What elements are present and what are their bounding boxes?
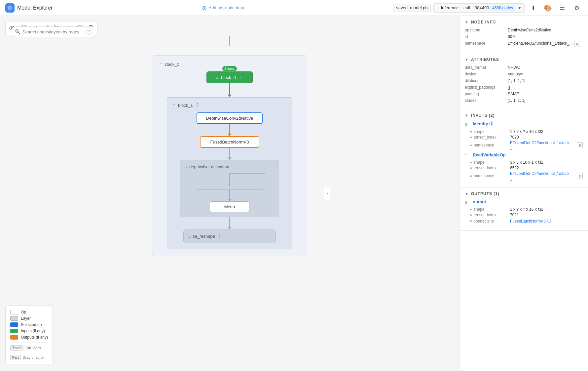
dilations-value: [1, 1, 1, 1]: [508, 78, 525, 83]
output-0-connects-value[interactable]: FusedBatchNormV3 ⓘ: [510, 218, 551, 224]
depthwise-conv-node[interactable]: DepthwiseConv2dNative: [197, 112, 263, 124]
node-graph-wrapper[interactable]: ⌃ stack_0 ⋮ 1 input ⟁ block_0 ⋮: [0, 36, 459, 371]
topbar-right: saved_model.pb __inference__call__384490…: [393, 2, 583, 14]
panel-collapse-icon: ›: [327, 191, 328, 196]
output-0-connects-row: connects to FusedBatchNormV3 ⓘ: [470, 218, 583, 224]
connector-1: [228, 83, 232, 97]
dot-6: [470, 175, 472, 177]
mean-wrapper: Mean: [197, 189, 263, 212]
identity-label: Identity: [473, 121, 488, 126]
pan-action: Drag or scroll: [23, 355, 44, 359]
attributes-chevron: ▼: [465, 58, 468, 62]
block-0-node[interactable]: ⟁ block_0 ⋮: [206, 71, 253, 83]
legend: Op Layer Selected op Inputs (if any) Out…: [5, 306, 53, 364]
depthwise-conv-label: DepthwiseConv2dNative: [206, 116, 253, 121]
output-0-shape-value: 1 x ? x ? x 16 x f32: [510, 207, 543, 212]
input-0-shape-label: shape: [474, 129, 510, 134]
device-value: <empty>: [508, 72, 523, 76]
input-1-ns-expand[interactable]: ⊞: [577, 173, 583, 179]
da-title: depthwise_activation: [189, 164, 229, 169]
legend-op: Op: [10, 310, 48, 314]
collapse-icon[interactable]: ⌃: [159, 62, 163, 67]
input-0-name[interactable]: Identity ⓘ: [473, 121, 493, 127]
output-0-index: 0: [465, 200, 470, 205]
stack-0-group: ⌃ stack_0 ⋮ 1 input ⟁ block_0 ⋮: [152, 56, 307, 256]
input-0-ns-text: EfficientDet-D2/functional_1/stack_...: [510, 141, 574, 150]
legend-inputs-box: [10, 329, 18, 333]
output-0-tensor-value: 7021: [510, 213, 519, 217]
node-info-id-row: id 6076: [465, 34, 583, 39]
node-info-header[interactable]: ▼ NODE INFO: [465, 20, 583, 24]
namespace-expand-btn[interactable]: ⊞: [574, 41, 580, 47]
node-info-chevron: ▼: [465, 20, 468, 24]
attr-strides-row: strides [1, 1, 1, 1]: [465, 98, 583, 103]
attr-device-row: device <empty>: [465, 72, 583, 76]
output-0-section: 0 output shape 1 x ? x ? x 16 x f32 tens…: [465, 199, 583, 224]
connects-to-info-icon[interactable]: ⓘ: [547, 218, 551, 224]
mean-node[interactable]: Mean: [210, 201, 249, 212]
panel-collapse-button[interactable]: ›: [324, 187, 330, 200]
explicit-paddings-label: explicit_paddings: [465, 85, 508, 90]
inputs-header[interactable]: ▼ INPUTS (2): [465, 113, 583, 118]
block-1-title: block_1: [178, 103, 193, 108]
input-0-index: 0: [465, 122, 470, 127]
input-0-tensor-label: tensor_index: [474, 135, 510, 140]
legend-outputs-label: Outputs (if any): [21, 335, 48, 340]
svg-marker-28: [228, 157, 232, 160]
add-per-node-button[interactable]: ⊕ Add per-node data: [199, 2, 248, 14]
attr-explicit-paddings-row: explicit_paddings []: [465, 85, 583, 90]
identity-info-icon[interactable]: ⓘ: [489, 121, 493, 127]
connector-4: [228, 217, 232, 229]
block-0-label: block_0: [221, 75, 236, 80]
palette-icon: 🎨: [544, 4, 552, 12]
da-expand[interactable]: ⟁: [185, 165, 187, 169]
input-1-tensor-row: tensor_index 6522: [470, 166, 583, 170]
da-more[interactable]: ⋮: [231, 164, 237, 170]
sr-more[interactable]: ⋮: [217, 233, 222, 239]
input-1-shape-label: shape: [474, 160, 510, 165]
app-logo: Model Explorer: [5, 3, 53, 13]
id-label: id: [465, 34, 508, 39]
input-1-header: 1 ReadVariableOp: [465, 152, 583, 159]
search-input[interactable]: [22, 29, 84, 34]
input-1-ns-label: namespace: [474, 174, 510, 178]
input-0-section: 0 Identity ⓘ shape 1 x ? x ? x 16 x f32 …: [465, 121, 583, 150]
attributes-title: ATTRIBUTES: [471, 57, 499, 62]
graph-selector[interactable]: __inference__call__384490 4690 nodes ▼: [433, 3, 525, 13]
more-icon[interactable]: ⋮: [181, 61, 187, 67]
input-1-name[interactable]: ReadVariableOp: [473, 152, 506, 157]
input-1-tensor-label: tensor_index: [474, 166, 510, 170]
canvas-area[interactable]: 🔍 ?: [0, 16, 459, 371]
padding-label: padding: [465, 92, 508, 96]
output-0-tensor-label: tensor_index: [474, 213, 510, 217]
block-0-more[interactable]: ⋮: [239, 75, 243, 80]
attributes-header[interactable]: ▼ ATTRIBUTES: [465, 57, 583, 62]
fused-batch-norm-node[interactable]: FusedBatchNormV3: [200, 136, 259, 148]
legend-op-box: [10, 310, 18, 314]
download-button[interactable]: ⬇: [527, 2, 539, 14]
palette-button[interactable]: 🎨: [542, 2, 554, 14]
block-1-more[interactable]: ⋮: [195, 102, 200, 108]
mean-label: Mean: [224, 204, 235, 209]
list-button[interactable]: ☰: [556, 2, 568, 14]
sr-expand[interactable]: ⟁: [188, 234, 191, 239]
depthwise-activation-header: ⟁ depthwise_activation ⋮: [185, 164, 237, 170]
output-0-connects-label: connects to: [474, 219, 510, 224]
block-1-collapse[interactable]: ⌃: [172, 103, 176, 108]
zoom-key: Zoom: [10, 345, 23, 350]
dot-5: [470, 167, 472, 169]
outputs-header[interactable]: ▼ OUTPUTS (1): [465, 191, 583, 196]
settings-button[interactable]: ⚙: [571, 2, 583, 14]
svg-marker-29: [228, 199, 232, 201]
block-0-wrapper: 1 input ⟁ block_0 ⋮: [206, 71, 253, 83]
help-icon[interactable]: ?: [86, 29, 92, 35]
output-0-name[interactable]: output: [473, 199, 486, 204]
input-0-ns-expand[interactable]: ⊞: [577, 142, 583, 148]
connector-2: [228, 124, 232, 136]
strides-label: strides: [465, 98, 508, 103]
input-1-ns-row: namespace EfficientDet-D2/functional_1/s…: [470, 171, 583, 181]
dot-7: [470, 209, 472, 210]
dilations-label: dilations: [465, 78, 508, 83]
legend-layer-label: Layer: [21, 316, 31, 321]
graph-name: __inference__call__384490: [436, 5, 489, 10]
